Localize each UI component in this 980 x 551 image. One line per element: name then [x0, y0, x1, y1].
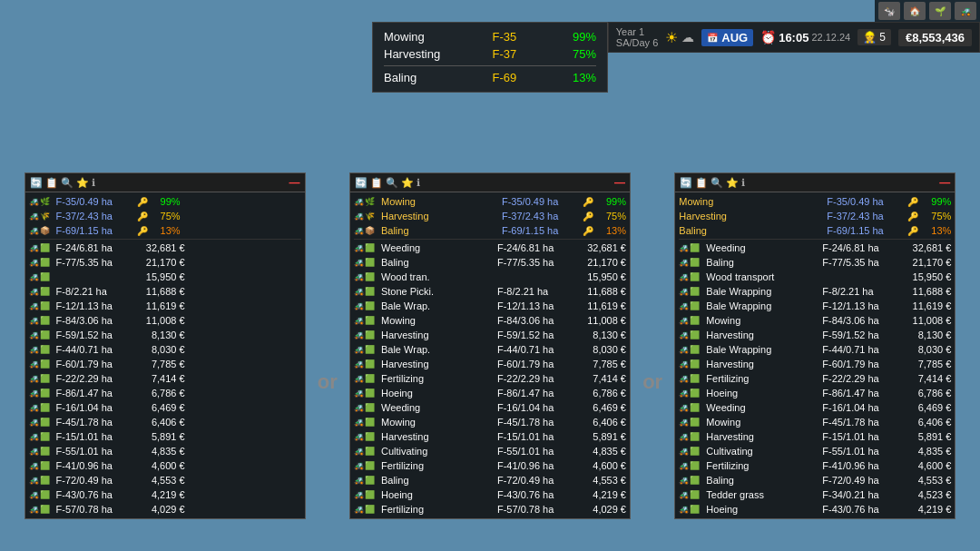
panel-mid-search-icon[interactable]: 🔍: [386, 177, 398, 189]
money-label: 6,786 €: [135, 388, 185, 398]
field-icon: 🟩: [690, 345, 700, 354]
field-label: F-69/1.15 ha: [827, 225, 904, 236]
tractor-icon: 🚜: [29, 345, 39, 354]
or-label-2: or: [642, 370, 662, 394]
panel-left-close[interactable]: —: [289, 176, 300, 189]
field-icon: 🟩: [365, 389, 375, 398]
tractor-icon: 🚜: [354, 212, 364, 221]
or-label-1: or: [318, 370, 338, 394]
list-item: 🚜🟩WeedingF-16/1.04 ha6,469 €: [675, 400, 955, 415]
list-item: 🚜🟩MowingF-84/3.06 ha11,008 €: [675, 313, 955, 328]
panel-left-star-icon[interactable]: ⭐: [76, 177, 89, 189]
money-label: 4,029 €: [576, 504, 626, 515]
field-label: F-24/6.81 ha: [56, 242, 133, 253]
divider: [354, 239, 626, 240]
row-icons: 🚜🟩: [354, 272, 379, 281]
hud-savday: SA/Day 6: [616, 37, 658, 48]
row-icons: 🚜🌾: [29, 212, 54, 221]
money-label: 21,170 €: [576, 257, 626, 268]
row-icons: 🚜🟩: [679, 243, 704, 252]
job-name: Bale Wrap.: [381, 344, 495, 355]
money-label: 11,619 €: [901, 300, 951, 311]
panel-right-active-1: Harvesting F-37/2.43 ha 🔑 75%: [675, 209, 955, 223]
field-label: F-15/1.01 ha: [822, 431, 899, 442]
row-icons: 🚜🟩: [679, 272, 704, 281]
cloud-icon: ☁: [681, 30, 694, 44]
list-item: 🚜🟩MowingF-45/1.78 ha6,406 €: [350, 415, 630, 429]
row-icons: 🚜🟩: [29, 287, 54, 296]
field-label: F-60/1.79 ha: [56, 359, 133, 369]
field-icon: 🟩: [40, 330, 50, 339]
panel-mid-refresh-icon[interactable]: 🔄: [355, 177, 368, 189]
hud-year-day: Year 1 SA/Day 6: [616, 26, 658, 48]
panel-left-refresh-icon[interactable]: 🔄: [30, 177, 43, 189]
field-label: F-44/0.71 ha: [56, 344, 133, 355]
field-icon: 🟩: [365, 374, 375, 383]
money-label: 4,553 €: [135, 475, 185, 486]
field-label: F-16/1.04 ha: [56, 402, 133, 413]
job-name: Cultivating: [381, 446, 495, 457]
panel-right-body: Mowing F-35/0.49 ha 🔑 99% Harvesting F-3…: [675, 192, 955, 518]
list-item: 🚜🟩HarvestingF-60/1.79 ha7,785 €: [350, 357, 630, 371]
panel-right: 🔄 📋 🔍 ⭐ ℹ — Mowing F-35/0.49 ha 🔑 99% Ha…: [674, 172, 956, 519]
job-name: Hoeing: [706, 504, 820, 515]
list-item: 🚜🟩F-77/5.35 ha21,170 €: [25, 255, 305, 270]
tractor-icon: 🚜: [29, 272, 39, 281]
hud-money: €8,553,436: [898, 29, 972, 46]
panel-left-search-icon[interactable]: 🔍: [61, 177, 74, 189]
money-label: 5,891 €: [901, 431, 951, 442]
list-item: 🚜🟩F-55/1.01 ha4,835 €: [25, 444, 305, 458]
tractor-icon: 🚜: [29, 447, 39, 456]
panel-right-refresh-icon[interactable]: 🔄: [680, 177, 692, 189]
pct-label: 99%: [922, 196, 951, 207]
field-icon: 🟩: [365, 490, 375, 499]
tractor-icon: 🚜: [354, 197, 364, 206]
key-icon: 🔑: [137, 226, 148, 236]
mow-icon: 🌿: [365, 197, 375, 206]
task-row-baling: Baling F-69 13%: [384, 69, 596, 86]
panel-right-search-icon[interactable]: 🔍: [710, 177, 723, 189]
money-label: 11,619 €: [576, 300, 626, 311]
panel-middle-close[interactable]: —: [614, 176, 625, 189]
money-label: 7,414 €: [901, 373, 951, 384]
task-name: Mowing: [381, 196, 500, 207]
job-name: Wood tran.: [381, 271, 495, 282]
panel-right-info-icon[interactable]: ℹ: [741, 177, 745, 189]
row-icons: 🚜🟩: [29, 243, 54, 252]
money-label: 21,170 €: [901, 257, 951, 268]
list-item: 🚜🟩Stone Picki.F-8/2.21 ha11,688 €: [350, 284, 630, 299]
panel-mid-star-icon[interactable]: ⭐: [401, 177, 414, 189]
money-label: 6,406 €: [576, 417, 626, 428]
tractor-icon: 🚜: [679, 389, 689, 398]
field-label: F-37/2.43 ha: [502, 211, 579, 221]
panel-right-close[interactable]: —: [939, 176, 950, 189]
field-label: F-84/3.06 ha: [497, 315, 574, 326]
money-label: 7,414 €: [135, 373, 185, 384]
panel-mid-info-icon[interactable]: ℹ: [416, 177, 420, 189]
list-item: 🚜🟩F-60/1.79 ha7,785 €: [25, 357, 305, 371]
panel-right-list-icon[interactable]: 📋: [695, 177, 708, 189]
hud-clock: ⏰ 16:05 22.12.24: [760, 30, 850, 44]
money-label: 4,835 €: [135, 446, 185, 457]
list-item: 🚜🟩FertilizingF-41/0.96 ha4,600 €: [675, 458, 955, 473]
field-icon: 🟩: [365, 432, 375, 441]
panel-right-star-icon[interactable]: ⭐: [726, 177, 739, 189]
sun-icon: ☀: [665, 29, 678, 46]
panel-left-list-icon[interactable]: 📋: [45, 177, 58, 189]
money-label: 4,553 €: [901, 475, 951, 486]
pct-label: 13%: [922, 225, 951, 236]
field-icon: 🟩: [690, 272, 700, 281]
field-icon: 🟩: [40, 359, 50, 369]
row-icons: 🚜🟩: [354, 330, 379, 339]
panel-left-info-icon[interactable]: ℹ: [92, 177, 95, 189]
row-icons: 🚜🟩: [29, 505, 54, 514]
list-item: 🚜🟩F-57/0.78 ha4,029 €: [25, 502, 305, 517]
field-label: F-77/5.35 ha: [822, 257, 899, 268]
field-icon: 🟩: [40, 316, 50, 325]
list-item: 🚜🟩BalingF-72/0.49 ha4,553 €: [675, 473, 955, 487]
row-icons: 🚜🟩: [354, 301, 379, 310]
panel-mid-list-icon[interactable]: 📋: [370, 177, 383, 189]
money-label: 4,600 €: [901, 460, 951, 471]
field-icon: 🟩: [40, 243, 50, 252]
row-icons: 🚜🟩: [354, 359, 379, 369]
